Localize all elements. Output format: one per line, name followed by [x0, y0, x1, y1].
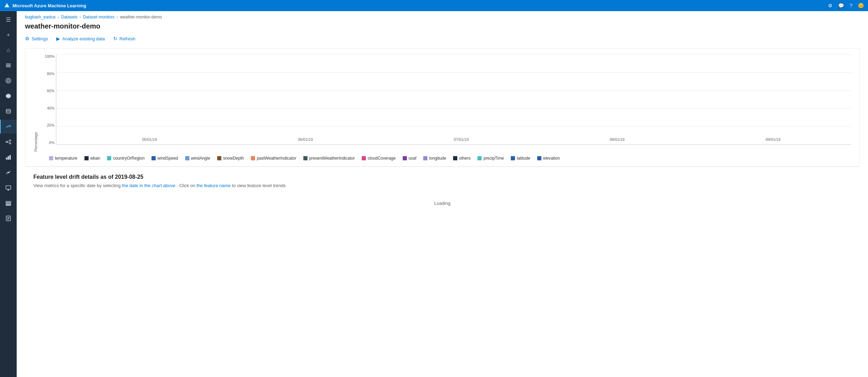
sidebar-item-models[interactable] [0, 150, 17, 164]
legend-windAngle: windAngle [185, 156, 210, 161]
feedback-icon[interactable]: 💬 [838, 3, 844, 8]
legend-label-temperature: temperature [55, 156, 77, 161]
legend-color-pastWeather [251, 156, 255, 160]
legend-label-cloudCoverage: cloudCoverage [368, 156, 396, 161]
sidebar-item-storage[interactable] [0, 196, 17, 210]
legend-label-latitude: latitude [517, 156, 530, 161]
svg-rect-14 [9, 155, 11, 160]
svg-rect-1 [6, 65, 11, 66]
legend-wban: wban [84, 156, 100, 161]
breadcrumb-sep-1: › [58, 15, 59, 19]
sidebar-item-pipelines[interactable] [0, 135, 17, 149]
svg-rect-12 [6, 158, 7, 160]
settings-button[interactable]: ⚙ Settings [25, 34, 48, 43]
app-title: Microsoft Azure Machine Learning [13, 3, 86, 8]
svg-point-7 [6, 141, 7, 143]
user-icon[interactable]: 😊 [858, 3, 864, 8]
legend: temperature wban countryOrRegion windSpe… [34, 152, 851, 162]
refresh-icon: ↻ [113, 36, 117, 41]
svg-rect-13 [8, 156, 9, 160]
chart-container: Percentage 100% 80% 60% 40% 20% 0% [25, 48, 860, 167]
legend-usaf: usaf [403, 156, 417, 161]
sidebar-item-create[interactable]: ＋ [0, 28, 17, 42]
top-bar: Microsoft Azure Machine Learning ⚙ 💬 ? 😊 [0, 0, 868, 11]
legend-label-windSpeed: windSpeed [157, 156, 178, 161]
sidebar-item-home[interactable]: ⌂ [0, 43, 17, 57]
sidebar-item-notebooks[interactable] [0, 211, 17, 225]
legend-color-cloudCoverage [362, 156, 366, 160]
svg-marker-5 [6, 94, 11, 98]
bars-container [56, 54, 851, 144]
legend-label-countryOrRegion: countryOrRegion [113, 156, 145, 161]
sidebar-item-menu[interactable]: ☰ [0, 13, 17, 26]
sidebar-item-data[interactable] [0, 104, 17, 118]
page-title: weather-monitor-demo [17, 21, 868, 34]
legend-windSpeed: windSpeed [152, 156, 178, 161]
legend-presentWeatherIndicator: presentWeatherIndicator [303, 156, 355, 161]
sidebar-item-assets[interactable] [0, 74, 17, 88]
y-tick-80: 80% [41, 72, 55, 76]
top-bar-actions: ⚙ 💬 ? 😊 [828, 3, 864, 8]
y-axis-label: Percentage [34, 54, 38, 152]
x-tick-jun: 06/01/19 [298, 137, 313, 144]
legend-color-elevation [537, 156, 541, 160]
legend-label-elevation: elevation [543, 156, 560, 161]
sidebar-item-jobs[interactable] [0, 58, 17, 72]
analyze-button[interactable]: ▶ Analyze existing data [56, 34, 105, 43]
settings-label: Settings [32, 36, 48, 41]
y-tick-40: 40% [41, 106, 55, 110]
legend-color-windSpeed [152, 156, 156, 160]
chart-plot[interactable]: 05/01/19 06/01/19 07/01/19 08/01/19 09/0… [56, 54, 851, 145]
chart-area: Percentage 100% 80% 60% 40% 20% 0% [17, 48, 868, 377]
legend-label-presentWeather: presentWeatherIndicator [309, 156, 355, 161]
drift-subtitle-pre: View metrics for a specific date by sele… [33, 183, 121, 188]
drift-link-feature[interactable]: the feature name [197, 183, 231, 188]
legend-color-others [453, 156, 457, 160]
svg-point-8 [9, 140, 11, 141]
y-tick-20: 20% [41, 123, 55, 127]
legend-cloudCoverage: cloudCoverage [362, 156, 396, 161]
svg-line-11 [7, 142, 9, 143]
sidebar-item-endpoints[interactable] [0, 166, 17, 179]
svg-rect-0 [6, 64, 11, 64]
loading-indicator: Loading [33, 194, 851, 213]
legend-label-usaf: usaf [409, 156, 417, 161]
x-tick-aug: 08/01/19 [610, 137, 625, 144]
sidebar: ☰ ＋ ⌂ [0, 11, 17, 377]
drift-subtitle: View metrics for a specific date by sele… [33, 183, 851, 188]
azure-logo-icon [4, 3, 10, 8]
svg-rect-16 [6, 186, 11, 189]
legend-elevation: elevation [537, 156, 560, 161]
sidebar-item-components[interactable] [0, 89, 17, 103]
legend-temperature: temperature [49, 156, 77, 161]
settings-icon[interactable]: ⚙ [828, 3, 833, 8]
breadcrumb-workspace[interactable]: bugbash_eastus [25, 15, 56, 19]
y-tick-0: 0% [41, 141, 55, 145]
y-tick-100: 100% [41, 54, 55, 58]
legend-label-others: others [459, 156, 470, 161]
legend-color-temperature [49, 156, 53, 160]
legend-label-snowDepth: snowDepth [223, 156, 244, 161]
drift-link-chart[interactable]: the date in the chart above [122, 183, 175, 188]
y-tick-60: 60% [41, 89, 55, 93]
drift-section: Feature level drift details as of 2019-0… [25, 167, 860, 220]
svg-point-3 [6, 78, 11, 83]
legend-label-longitude: longitude [429, 156, 446, 161]
svg-point-6 [6, 109, 10, 111]
legend-color-countryOrRegion [107, 156, 111, 160]
breadcrumb-monitors[interactable]: Dataset monitors [83, 15, 115, 19]
sidebar-item-monitor[interactable] [0, 120, 17, 134]
refresh-button[interactable]: ↻ Refresh [113, 34, 136, 43]
legend-snowDepth: snowDepth [217, 156, 244, 161]
breadcrumb-datasets[interactable]: Datasets [61, 15, 77, 19]
svg-rect-19 [6, 201, 11, 202]
sidebar-item-compute[interactable] [0, 181, 17, 195]
svg-point-9 [9, 143, 11, 144]
legend-label-wban: wban [90, 156, 100, 161]
legend-color-precipTime [477, 156, 482, 160]
app-title-area: Microsoft Azure Machine Learning [4, 3, 86, 8]
legend-color-snowDepth [217, 156, 221, 160]
legend-others: others [453, 156, 470, 161]
drift-title: Feature level drift details as of 2019-0… [33, 174, 851, 180]
help-icon[interactable]: ? [850, 3, 852, 8]
